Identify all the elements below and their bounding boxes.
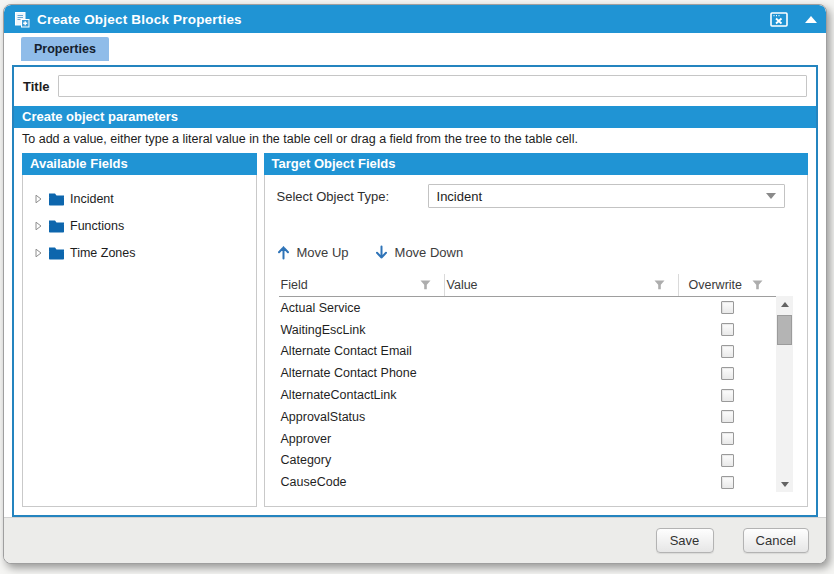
folder-icon <box>48 246 65 260</box>
move-up-icon <box>277 245 290 260</box>
expand-arrow-icon[interactable] <box>34 194 43 204</box>
move-up-button[interactable]: Move Up <box>277 245 349 260</box>
field-cell: Alternate Contact Email <box>279 344 445 358</box>
fields-table-body: Actual Service WaitingEscLink Alternate … <box>279 297 793 493</box>
table-row[interactable]: Category <box>279 450 793 472</box>
overwrite-checkbox[interactable] <box>721 476 734 489</box>
available-fields-header: Available Fields <box>22 153 257 175</box>
table-row[interactable]: AlternateContactLink <box>279 384 793 406</box>
properties-panel: Title Create object parameters To add a … <box>12 65 818 517</box>
save-button[interactable]: Save <box>656 528 714 553</box>
dialog-title: Create Object Block Properties <box>37 12 763 27</box>
column-header-value: Value <box>445 278 654 292</box>
tree-item-label: Incident <box>70 192 114 206</box>
overwrite-checkbox[interactable] <box>721 389 734 402</box>
table-row[interactable]: Approver <box>279 428 793 450</box>
move-down-label: Move Down <box>395 245 464 260</box>
table-row[interactable]: ApprovalStatus <box>279 406 793 428</box>
table-row[interactable]: WaitingEscLink <box>279 319 793 341</box>
field-cell: WaitingEscLink <box>279 323 445 337</box>
move-down-button[interactable]: Move Down <box>375 245 464 260</box>
tab-strip: Properties <box>4 33 826 61</box>
filter-icon[interactable] <box>654 280 665 290</box>
available-fields-panel: Available Fields Incident Functions <box>22 153 257 507</box>
move-down-icon <box>375 245 388 260</box>
title-input[interactable] <box>58 75 808 97</box>
field-cell: Alternate Contact Phone <box>279 366 445 380</box>
table-row[interactable]: Actual Service <box>279 297 793 319</box>
dropdown-arrow-icon <box>766 193 776 199</box>
tree-item[interactable]: Time Zones <box>23 239 256 266</box>
folder-icon <box>48 219 65 233</box>
tree-item[interactable]: Incident <box>23 185 256 212</box>
tab-properties[interactable]: Properties <box>21 37 109 61</box>
field-cell: Actual Service <box>279 301 445 315</box>
table-row[interactable]: CauseCode <box>279 471 793 493</box>
table-row[interactable]: Alternate Contact Email <box>279 341 793 363</box>
cancel-button[interactable]: Cancel <box>743 528 809 553</box>
tree-item-label: Functions <box>70 219 124 233</box>
create-object-block-dialog: Create Object Block Properties Propertie… <box>3 4 827 564</box>
overwrite-checkbox[interactable] <box>721 301 734 314</box>
field-cell: ApprovalStatus <box>279 410 445 424</box>
instructions-text: To add a value, either type a literal va… <box>14 128 816 153</box>
collapse-icon[interactable] <box>795 16 817 23</box>
title-row: Title <box>14 67 816 106</box>
expand-arrow-icon[interactable] <box>34 221 43 231</box>
object-type-select[interactable]: Incident <box>428 184 785 208</box>
overwrite-checkbox[interactable] <box>721 454 734 467</box>
move-row: Move Up Move Down <box>277 245 795 260</box>
folder-icon <box>48 192 65 206</box>
expand-arrow-icon[interactable] <box>34 248 43 258</box>
overwrite-checkbox[interactable] <box>721 410 734 423</box>
object-type-row: Select Object Type: Incident <box>277 184 795 208</box>
target-object-fields-panel: Target Object Fields Select Object Type:… <box>264 153 808 507</box>
filter-icon[interactable] <box>420 280 431 290</box>
field-cell: Approver <box>279 432 445 446</box>
field-cell: Category <box>279 453 445 467</box>
field-cell: CauseCode <box>279 475 445 489</box>
tree-item-label: Time Zones <box>70 246 136 260</box>
field-cell: AlternateContactLink <box>279 388 445 402</box>
overwrite-checkbox[interactable] <box>721 323 734 336</box>
table-scrollbar[interactable] <box>776 296 793 492</box>
window-close-icon[interactable] <box>770 12 788 27</box>
column-header-field: Field <box>279 278 420 292</box>
target-object-fields-header: Target Object Fields <box>264 153 808 175</box>
document-add-icon <box>13 11 30 28</box>
scrollbar-thumb[interactable] <box>777 315 792 345</box>
filter-icon[interactable] <box>752 280 763 290</box>
overwrite-checkbox[interactable] <box>721 345 734 358</box>
object-type-value: Incident <box>437 189 766 204</box>
scroll-up-icon[interactable] <box>776 296 793 312</box>
fields-table-header: Field Value <box>279 273 793 297</box>
object-type-label: Select Object Type: <box>277 189 428 204</box>
column-header-overwrite: Overwrite <box>679 278 752 292</box>
dialog-footer: Save Cancel <box>4 517 826 563</box>
overwrite-checkbox[interactable] <box>721 432 734 445</box>
tree-item[interactable]: Functions <box>23 212 256 239</box>
scroll-down-icon[interactable] <box>776 476 793 492</box>
overwrite-checkbox[interactable] <box>721 367 734 380</box>
table-row[interactable]: Alternate Contact Phone <box>279 362 793 384</box>
title-label: Title <box>23 79 50 94</box>
move-up-label: Move Up <box>297 245 349 260</box>
fields-table: Field Value <box>279 273 793 493</box>
available-fields-tree: Incident Functions Time Zones <box>23 175 256 266</box>
create-object-parameters-header: Create object parameters <box>14 106 816 128</box>
dialog-titlebar: Create Object Block Properties <box>4 5 826 33</box>
